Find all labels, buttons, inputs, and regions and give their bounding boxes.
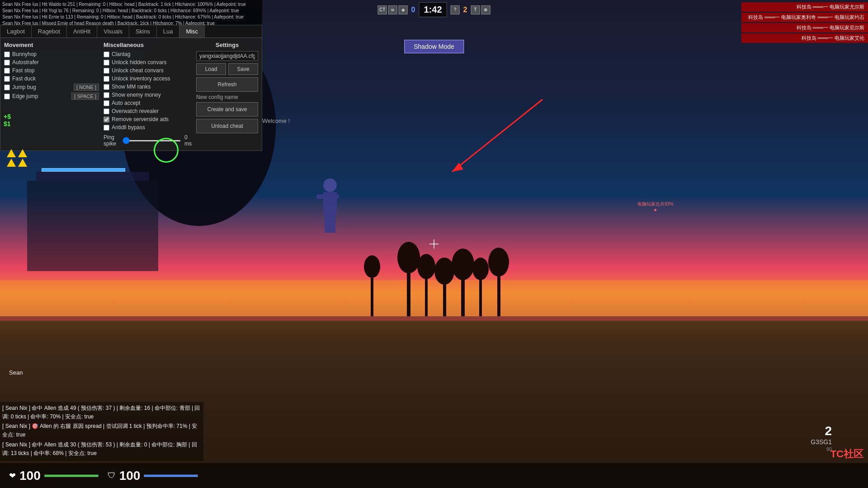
menu-content: Movement Bunnyhop Autostrafer Fast stop … — [0, 38, 262, 150]
hud-score-t: 2 — [463, 6, 467, 14]
refresh-button[interactable]: Refresh — [196, 77, 258, 92]
unlock-cheat-convars-label: Unlock cheat convars — [112, 67, 164, 74]
tab-antihit[interactable]: AntiHit — [67, 25, 97, 38]
health-group: ❤ 100 — [9, 469, 99, 483]
player-1 — [7, 149, 16, 167]
money-total: $1 — [4, 120, 11, 127]
clantag-row: Clantag — [104, 51, 192, 57]
fast-stop-checkbox[interactable] — [4, 68, 10, 74]
fast-stop-row: Fast stop — [4, 67, 99, 74]
remove-serverside-ads-checkbox[interactable] — [104, 117, 109, 122]
auto-accept-checkbox[interactable] — [104, 100, 109, 106]
crosshair — [429, 239, 439, 249]
jump-bug-keybind[interactable]: [ NONE ] — [74, 84, 99, 91]
unlock-hidden-convars-row: Unlock hidden convars — [104, 59, 192, 66]
tab-lagbot[interactable]: Lagbot — [0, 25, 32, 38]
t-icon: T — [471, 5, 480, 14]
ping-spike-value: 0 ms — [184, 134, 192, 147]
tab-ragebot[interactable]: Ragebot — [32, 25, 67, 38]
show-enemy-money-row: Show enemy money — [104, 92, 192, 98]
health-fill — [45, 475, 98, 477]
create-and-save-button[interactable]: Create and save — [196, 102, 258, 117]
weapon-display: 2 G3SG1 90 — [811, 424, 832, 452]
svg-rect-27 — [27, 181, 158, 271]
player-character — [316, 178, 339, 233]
autostrafer-label: Autostrafer — [12, 59, 39, 66]
show-enemy-money-checkbox[interactable] — [104, 92, 109, 98]
jump-bug-label: Jump bug — [12, 84, 36, 90]
ct-icon: CT — [378, 5, 387, 14]
armor-fill — [144, 475, 198, 477]
unlock-hidden-convars-label: Unlock hidden convars — [112, 59, 166, 66]
overwatch-revealer-checkbox[interactable] — [104, 108, 109, 114]
svg-point-5 — [397, 242, 420, 273]
jump-bug-row: Jump bug [ NONE ] — [4, 84, 99, 91]
edge-jump-row: Edge jump [ SPACE ] — [4, 93, 99, 100]
new-config-name-label: New config name — [196, 94, 258, 100]
armor-bar — [144, 474, 198, 477]
config-name-input[interactable] — [196, 51, 258, 61]
unlock-inventory-access-checkbox[interactable] — [104, 76, 109, 82]
info-line-1: Sean Nix Free lus | Hit Waldo to 251 | R… — [2, 1, 260, 8]
load-save-row: Load Save — [196, 63, 258, 75]
jump-bug-checkbox[interactable] — [4, 84, 10, 90]
health-bar — [44, 474, 99, 477]
remove-serverside-ads-row: Remove serverside ads — [104, 116, 192, 122]
overwatch-revealer-label: Overwatch revealer — [112, 108, 159, 114]
player-icons — [7, 149, 27, 167]
tab-misc[interactable]: Misc — [179, 25, 205, 38]
player-arrow-4 — [18, 159, 27, 167]
svg-point-9 — [434, 258, 454, 285]
ping-spike-label: Ping spike — [104, 134, 119, 147]
bottom-chat: [ Sean Nix ] 命中 Allen 造成 49 ( 预估伤害: 37 )… — [0, 402, 203, 461]
autostrafer-checkbox[interactable] — [4, 60, 10, 66]
score-t: 2 — [463, 6, 467, 14]
clantag-checkbox[interactable] — [104, 52, 109, 57]
settings-column: Settings Load Save Refresh New config na… — [196, 42, 258, 147]
show-mm-ranks-checkbox[interactable] — [104, 84, 109, 90]
chat-line-0: [ Sean Nix ] 命中 Allen 造成 49 ( 预估伤害: 37 )… — [2, 404, 201, 421]
bunnyhop-label: Bunnyhop — [12, 51, 37, 57]
svg-rect-23 — [330, 215, 335, 233]
antidll-bypass-checkbox[interactable] — [104, 125, 109, 131]
score-ct: 0 — [411, 6, 415, 14]
unlock-cheat-convars-row: Unlock cheat convars — [104, 67, 192, 74]
svg-line-24 — [452, 99, 542, 172]
load-button[interactable]: Load — [196, 63, 226, 75]
unlock-hidden-convars-checkbox[interactable] — [104, 60, 109, 66]
unload-cheat-button[interactable]: Unload cheat — [196, 119, 258, 133]
ping-spike-row: Ping spike 0 ms — [104, 134, 192, 147]
shadow-mode-button[interactable]: Shadow Mode — [404, 40, 464, 53]
ammo-display: 2 — [811, 424, 832, 438]
unlock-inventory-access-row: Unlock inventory access — [104, 75, 192, 82]
movement-column: Movement Bunnyhop Autostrafer Fast stop … — [4, 42, 99, 147]
svg-rect-21 — [331, 194, 339, 199]
health-value: 100 — [19, 469, 41, 483]
money-bonus: +$ — [4, 113, 11, 120]
edge-jump-keybind[interactable]: [ SPACE ] — [71, 93, 99, 100]
svg-rect-26 — [36, 172, 149, 181]
armor-icon: 🛡 — [108, 471, 116, 480]
unlock-cheat-convars-checkbox[interactable] — [104, 68, 109, 74]
tab-skins[interactable]: Skins — [129, 25, 157, 38]
enemy-star: ★ — [637, 207, 674, 212]
save-button[interactable]: Save — [228, 63, 258, 75]
show-enemy-money-label: Show enemy money — [112, 92, 161, 98]
player-arrow-3 — [18, 149, 27, 157]
chat-line-2: [ Sean Nix ] 命中 Allen 造成 30 ( 预估伤害: 53 )… — [2, 441, 201, 458]
tab-lua[interactable]: Lua — [157, 25, 180, 38]
enemy-info: 电脑玩家总共93% ★ — [637, 201, 674, 212]
team-icons-left: CT ☠ ◈ — [378, 5, 408, 14]
fast-duck-row: Fast duck — [4, 75, 99, 82]
chat-line-1: [ Sean Nix ] 🎯 Allen 的 右腿 原因 spread | 尝试… — [2, 422, 201, 439]
fast-duck-checkbox[interactable] — [4, 76, 10, 82]
miscellaneous-column: Miscellaneous Clantag Unlock hidden conv… — [104, 42, 192, 147]
cheat-menu: Lagbot Ragebot AntiHit Visuals Skins Lua… — [0, 25, 262, 151]
menu-tabs: Lagbot Ragebot AntiHit Visuals Skins Lua… — [0, 25, 262, 38]
edge-jump-checkbox[interactable] — [4, 94, 10, 99]
player-arrow-1 — [7, 149, 16, 157]
bunnyhop-checkbox[interactable] — [4, 52, 10, 57]
tab-visuals[interactable]: Visuals — [97, 25, 129, 38]
bunnyhop-row: Bunnyhop — [4, 51, 99, 57]
info-line-3: Sean Nix Free lus | Hit Ernie to 113 | R… — [2, 14, 260, 20]
